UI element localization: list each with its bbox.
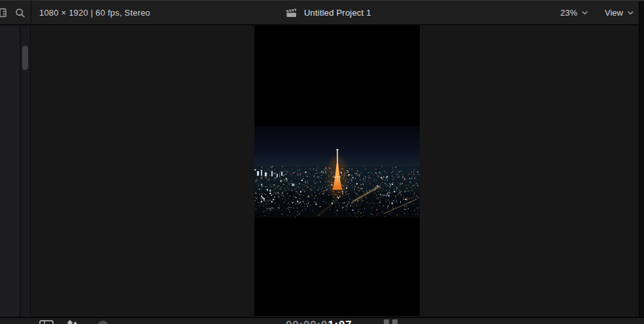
sparkle-icon[interactable] (67, 320, 73, 324)
video-canvas (254, 25, 420, 316)
browser-scrollbar-track[interactable] (21, 25, 31, 317)
view-dropdown[interactable]: View (605, 8, 634, 18)
browser-scrollbar-thumb[interactable] (22, 46, 28, 70)
video-frame-tokyo-night (254, 126, 420, 218)
chevron-down-icon (582, 11, 588, 15)
viewer-area (31, 25, 639, 317)
project-title: Untitled Project 1 (304, 8, 371, 18)
search-icon[interactable] (15, 8, 25, 18)
timecode-display[interactable]: 00:00:01:07 (286, 319, 352, 324)
filmstrip-icon[interactable] (0, 8, 7, 18)
tool-circle-icon[interactable] (97, 321, 109, 324)
timecode-dim-digits: 00:00:0 (286, 319, 328, 324)
timeline-toolbar: 00:00:01:07 (0, 318, 644, 324)
video-editor-viewer-window: 1080 × 1920 | 60 fps, Stereo Untitled Pr… (0, 0, 644, 324)
viewer-header: 1080 × 1920 | 60 fps, Stereo Untitled Pr… (0, 0, 644, 24)
sparkle-icon[interactable] (73, 321, 77, 324)
right-panel-edge (639, 1, 644, 324)
project-format-info: 1080 × 1920 | 60 fps, Stereo (39, 8, 150, 18)
timecode-bright-digits: 1:07 (328, 319, 352, 324)
view-label: View (605, 8, 623, 18)
audio-meters-icon[interactable] (384, 319, 398, 324)
zoom-level-value: 23% (560, 8, 577, 18)
header-divider (31, 1, 31, 25)
chevron-down-icon (628, 11, 634, 15)
clapperboard-icon (286, 8, 297, 18)
zoom-level-dropdown[interactable]: 23% (560, 8, 588, 18)
index-icon[interactable] (39, 320, 54, 324)
left-sidebar-rail (0, 25, 20, 317)
